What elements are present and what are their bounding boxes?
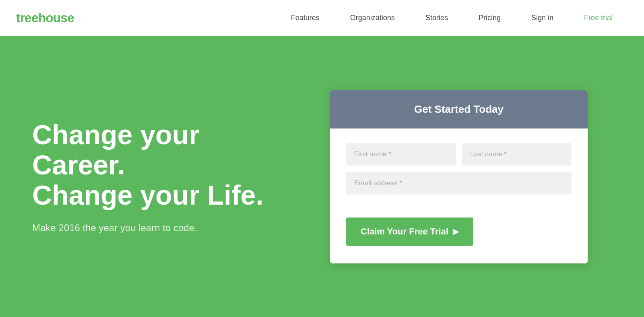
card-body: Claim Your Free Trial ▶ <box>330 128 588 263</box>
main-nav: Features Organizations Stories Pricing S… <box>276 14 628 22</box>
nav-signin[interactable]: Sign in <box>516 14 569 22</box>
nav-pricing[interactable]: Pricing <box>463 14 516 22</box>
email-input[interactable] <box>346 172 572 195</box>
nav-free-trial[interactable]: Free trial <box>569 14 628 22</box>
hero-headline: Change your Career. Change your Life. <box>32 120 282 210</box>
card-header-title: Get Started Today <box>346 103 572 116</box>
cta-arrow-icon: ▶ <box>453 227 459 236</box>
hero-headline-line1: Change your Career. <box>32 119 200 180</box>
hero-headline-line2: Change your Life. <box>32 180 263 210</box>
email-row <box>346 172 572 195</box>
nav-features[interactable]: Features <box>276 14 335 22</box>
first-name-input[interactable] <box>346 143 456 166</box>
hero-subheadline: Make 2016 the year you learn to code. <box>32 222 282 234</box>
site-logo[interactable]: treehouse <box>16 10 74 25</box>
last-name-input[interactable] <box>462 143 572 166</box>
signup-card: Get Started Today Claim Your Free Trial … <box>330 90 588 263</box>
nav-organizations[interactable]: Organizations <box>335 14 410 22</box>
nav-stories[interactable]: Stories <box>410 14 463 22</box>
hero-section: Change your Career. Change your Life. Ma… <box>0 36 644 317</box>
cta-label: Claim Your Free Trial <box>361 226 448 237</box>
claim-trial-button[interactable]: Claim Your Free Trial ▶ <box>346 218 473 246</box>
card-header: Get Started Today <box>330 90 588 128</box>
hero-text-block: Change your Career. Change your Life. Ma… <box>32 120 282 233</box>
site-header: treehouse Features Organizations Stories… <box>0 0 644 36</box>
name-row <box>346 143 572 166</box>
card-divider <box>346 206 572 206</box>
